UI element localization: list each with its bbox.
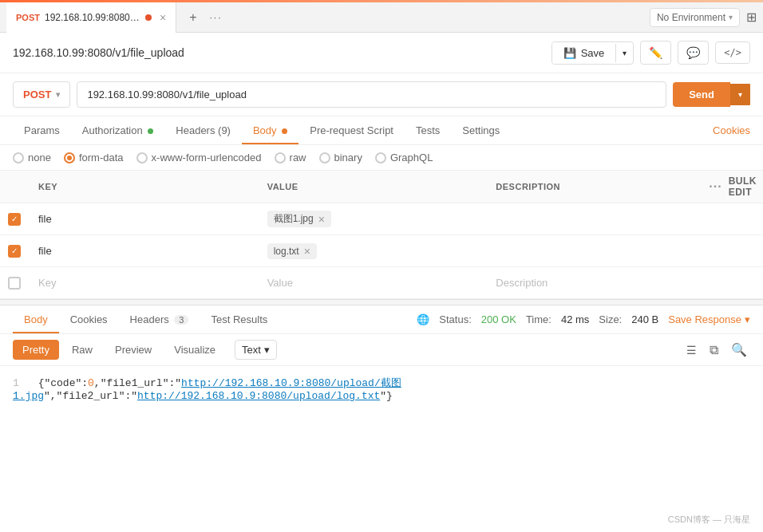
row1-value[interactable]: 截图1.jpg × bbox=[258, 204, 487, 234]
empty-checkbox[interactable] bbox=[8, 277, 21, 290]
top-bar-right: No Environment ▾ ⊞ bbox=[650, 8, 757, 27]
time-value: 42 ms bbox=[561, 313, 589, 325]
filter-icon[interactable]: ☰ bbox=[683, 341, 700, 360]
body-type-form-data[interactable]: form-data bbox=[64, 152, 124, 164]
comment-icon-button[interactable]: 💬 bbox=[678, 41, 709, 65]
globe-icon: 🌐 bbox=[417, 313, 429, 325]
response-tab-test-results[interactable]: Test Results bbox=[200, 305, 279, 333]
add-tab-icon[interactable]: + bbox=[183, 10, 203, 25]
row1-checkbox[interactable]: ✓ bbox=[8, 213, 21, 226]
send-dropdown-icon[interactable]: ▾ bbox=[730, 84, 750, 105]
row2-file-tag: log.txt × bbox=[267, 243, 317, 259]
tab-tests[interactable]: Tests bbox=[405, 116, 451, 144]
radio-binary[interactable] bbox=[319, 152, 330, 164]
tab-pre-request[interactable]: Pre-request Script bbox=[298, 116, 405, 144]
empty-value[interactable]: Value bbox=[258, 270, 487, 295]
empty-key[interactable]: Key bbox=[29, 270, 258, 295]
row2-checkbox[interactable]: ✓ bbox=[8, 245, 21, 258]
format-pretty[interactable]: Pretty bbox=[13, 340, 59, 360]
col-description: DESCRIPTION bbox=[486, 182, 715, 191]
empty-row: Key Value Description bbox=[0, 267, 763, 299]
table-more-icon[interactable]: ··· bbox=[709, 179, 721, 194]
response-tab-body[interactable]: Body bbox=[13, 305, 59, 333]
more-tabs-icon[interactable]: ··· bbox=[209, 12, 222, 23]
search-icon[interactable]: 🔍 bbox=[728, 339, 750, 361]
method-label: POST bbox=[23, 89, 51, 100]
body-dot bbox=[282, 128, 287, 134]
response-body: 1 {"code":0,"file1_url":"http://192.168.… bbox=[0, 366, 763, 430]
authorization-dot bbox=[148, 128, 153, 134]
method-arrow-icon: ▾ bbox=[56, 90, 60, 99]
code-icon-button[interactable]: </> bbox=[715, 41, 750, 64]
url-input[interactable] bbox=[77, 81, 666, 108]
format-visualize[interactable]: Visualize bbox=[164, 340, 225, 360]
send-main-label[interactable]: Send bbox=[673, 82, 730, 107]
radio-graphql[interactable] bbox=[375, 152, 386, 164]
save-label: Save bbox=[581, 47, 605, 59]
request-bar: POST ▾ Send ▾ bbox=[0, 73, 763, 116]
row2-remove-tag[interactable]: × bbox=[304, 245, 310, 258]
row2-value[interactable]: log.txt × bbox=[258, 237, 487, 266]
tab-headers[interactable]: Headers (9) bbox=[164, 116, 242, 144]
request-title: 192.168.10.99:8080/v1/file_upload bbox=[13, 46, 551, 59]
headers-badge: 3 bbox=[174, 315, 188, 325]
grid-icon[interactable]: ⊞ bbox=[746, 10, 757, 25]
save-dropdown-icon[interactable]: ▾ bbox=[615, 44, 633, 62]
request-tab[interactable]: POST 192.168.10.99:8080/v... × bbox=[6, 2, 176, 33]
empty-description[interactable]: Description bbox=[486, 270, 715, 295]
title-bar: 192.168.10.99:8080/v1/file_upload 💾 Save… bbox=[0, 33, 763, 73]
col-key: KEY bbox=[29, 182, 258, 191]
row1-description[interactable] bbox=[486, 213, 715, 226]
radio-none[interactable] bbox=[13, 152, 24, 164]
body-type-none[interactable]: none bbox=[13, 152, 51, 164]
row1-remove-tag[interactable]: × bbox=[318, 213, 325, 226]
text-format-selector[interactable]: Text ▾ bbox=[235, 340, 277, 360]
edit-icon-button[interactable]: ✏️ bbox=[640, 41, 671, 65]
save-button[interactable]: 💾 Save ▾ bbox=[551, 41, 635, 65]
env-arrow-icon: ▾ bbox=[729, 13, 733, 22]
row1-file-tag: 截图1.jpg × bbox=[267, 211, 331, 227]
radio-raw[interactable] bbox=[275, 152, 286, 164]
format-preview[interactable]: Preview bbox=[105, 340, 161, 360]
save-main[interactable]: 💾 Save bbox=[552, 42, 616, 64]
row2-description[interactable] bbox=[486, 245, 715, 258]
tab-body[interactable]: Body bbox=[242, 116, 298, 144]
cookies-link[interactable]: Cookies bbox=[713, 124, 750, 136]
tabs-right: Cookies bbox=[713, 124, 750, 136]
copy-icon[interactable]: ⧉ bbox=[706, 340, 721, 361]
body-type-bar: none form-data x-www-form-urlencoded raw… bbox=[0, 145, 763, 171]
bulk-edit-button[interactable]: Bulk Edit bbox=[729, 175, 757, 198]
row1-checkbox-cell: ✓ bbox=[0, 213, 29, 226]
radio-form-data[interactable] bbox=[64, 152, 75, 164]
row2-checkbox-cell: ✓ bbox=[0, 245, 29, 258]
tab-authorization[interactable]: Authorization bbox=[71, 116, 165, 144]
row2-key[interactable]: file bbox=[29, 238, 258, 263]
size-value: 240 B bbox=[631, 313, 658, 325]
body-type-urlencoded[interactable]: x-www-form-urlencoded bbox=[136, 152, 262, 164]
format-bar: Pretty Raw Preview Visualize Text ▾ ☰ ⧉ … bbox=[0, 334, 763, 366]
col-value: VALUE bbox=[258, 182, 487, 191]
format-raw[interactable]: Raw bbox=[62, 340, 102, 360]
send-button[interactable]: Send ▾ bbox=[673, 82, 750, 107]
row1-key[interactable]: file bbox=[29, 207, 258, 231]
status-value: 200 OK bbox=[481, 313, 516, 325]
json-file2-url[interactable]: http://192.168.10.9:8080/upload/log.txt bbox=[137, 390, 380, 402]
body-type-graphql[interactable]: GraphQL bbox=[375, 152, 433, 164]
radio-urlencoded[interactable] bbox=[136, 152, 148, 164]
tab-params[interactable]: Params bbox=[13, 116, 71, 144]
environment-selector[interactable]: No Environment ▾ bbox=[650, 8, 740, 27]
tab-close-icon[interactable]: × bbox=[160, 11, 166, 24]
body-type-raw[interactable]: raw bbox=[275, 152, 306, 164]
save-icon: 💾 bbox=[563, 47, 576, 59]
format-bar-actions: ☰ ⧉ 🔍 bbox=[683, 339, 750, 361]
empty-checkbox-cell bbox=[0, 277, 29, 290]
method-selector[interactable]: POST ▾ bbox=[13, 81, 70, 108]
response-tab-cookies[interactable]: Cookies bbox=[59, 305, 119, 333]
params-table: KEY VALUE DESCRIPTION ··· Bulk Edit ✓ fi… bbox=[0, 171, 763, 299]
body-type-binary[interactable]: binary bbox=[319, 152, 362, 164]
table-row: ✓ file 截图1.jpg × bbox=[0, 203, 763, 235]
tab-settings[interactable]: Settings bbox=[451, 116, 511, 144]
response-tab-headers[interactable]: Headers 3 bbox=[119, 305, 200, 333]
save-response-button[interactable]: Save Response ▾ bbox=[668, 313, 750, 325]
tab-active-dot bbox=[145, 14, 152, 21]
